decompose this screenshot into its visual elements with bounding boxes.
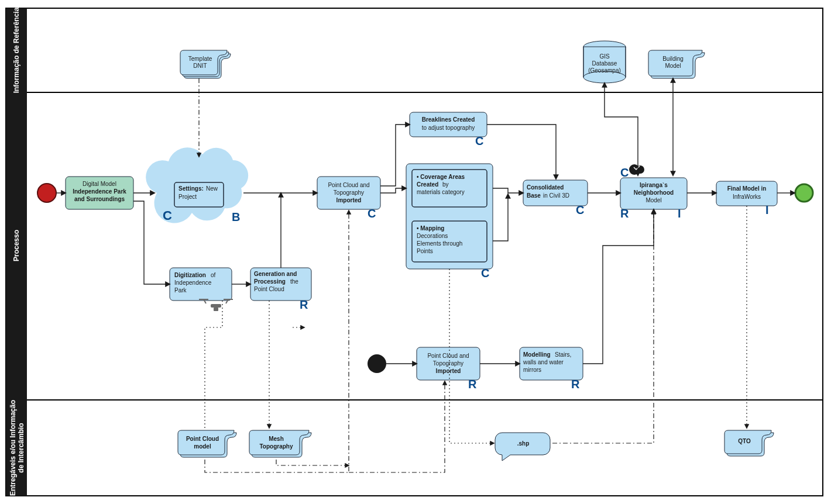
svg-text:Point Cloud: Point Cloud <box>186 436 219 442</box>
svg-text:Final Model in: Final Model in <box>727 185 767 192</box>
svg-text:Generation and: Generation and <box>254 271 297 277</box>
svg-point-67 <box>636 165 644 174</box>
svg-text:• Mapping: • Mapping <box>417 225 444 232</box>
doc-mesh-topography: Mesh Topography <box>249 430 311 457</box>
svg-text:Processing: Processing <box>254 278 286 285</box>
svg-text:the: the <box>290 278 298 285</box>
node-pc-topo-imported-c3d: Point Cloud and Topography Imported C <box>317 177 380 220</box>
svg-text:Points: Points <box>417 248 433 254</box>
infraworks-icon: I <box>765 203 769 216</box>
svg-text:Neighborhood: Neighborhood <box>634 189 674 196</box>
svg-text:de Intercâmbio: de Intercâmbio <box>17 423 25 472</box>
svg-text:Modelling: Modelling <box>523 351 551 358</box>
intermediate-start-event <box>368 354 386 373</box>
svg-text:• Coverage Areas: • Coverage Areas <box>417 174 465 180</box>
svg-text:QTO: QTO <box>738 438 751 444</box>
svg-text:InfraWorks: InfraWorks <box>733 194 761 200</box>
svg-text:Model: Model <box>665 63 681 69</box>
doc-template-dnit: Template DNIT <box>180 50 231 78</box>
svg-text:Topography: Topography <box>334 189 364 196</box>
infraworks-icon: I <box>678 207 681 220</box>
svg-text:Building: Building <box>662 56 684 62</box>
revit-icon: R <box>620 207 629 220</box>
svg-text:.shp: .shp <box>517 440 530 447</box>
svg-text:Elements through: Elements through <box>417 240 462 247</box>
svg-text:Stairs,: Stairs, <box>555 351 571 358</box>
svg-text:Settings:: Settings: <box>178 185 204 192</box>
svg-text:Park: Park <box>174 287 187 294</box>
civil3d-icon: C <box>163 208 172 223</box>
node-breaklines: Breaklines Created to adjust topography … <box>410 112 487 147</box>
civil3d-icon: C <box>620 166 629 179</box>
svg-text:(Geosampa): (Geosampa) <box>588 67 621 74</box>
db-gis-geosampa: GIS Database (Geosampa) <box>583 41 626 83</box>
node-final-model: Final Model in InfraWorks I <box>716 181 777 216</box>
revit-icon: R <box>571 378 580 391</box>
svg-text:Digital Model: Digital Model <box>83 181 116 187</box>
recap-icon: R <box>300 298 308 311</box>
start-event <box>37 184 56 202</box>
node-coverage-mapping-group: • Coverage Areas Created by materials ca… <box>406 164 493 279</box>
svg-text:Entregáveis e/ou Informação: Entregáveis e/ou Informação <box>9 400 17 496</box>
doc-shp: .shp <box>495 433 550 461</box>
node-digital-model: Digital Model Independence Park and Surr… <box>66 177 133 209</box>
revit-icon: R <box>468 378 477 391</box>
svg-text:Model: Model <box>645 197 661 203</box>
node-digitization: Digitization of Independence Park <box>170 268 233 311</box>
svg-text:in Civil 3D: in Civil 3D <box>543 192 569 199</box>
svg-text:Consolidated: Consolidated <box>527 184 564 191</box>
svg-text:Created: Created <box>417 181 438 188</box>
svg-text:New: New <box>206 185 218 192</box>
lane-label-ref: Informação de Referência <box>12 7 20 93</box>
svg-text:Imported: Imported <box>336 197 362 203</box>
svg-text:Topography: Topography <box>433 360 463 367</box>
svg-text:Database: Database <box>592 60 617 67</box>
svg-text:Imported: Imported <box>436 368 461 374</box>
svg-text:and Surroundings: and Surroundings <box>74 196 125 202</box>
svg-text:Decorations: Decorations <box>417 233 448 239</box>
civil3d-icon: C <box>475 134 483 147</box>
bim360-icon: B <box>232 210 240 223</box>
node-generation-processing: Generation and Processing the Point Clou… <box>250 268 311 311</box>
civil3d-icon: C <box>481 267 489 279</box>
node-pc-topo-imported-revit: Point Cloud and Topography Imported R <box>417 347 480 391</box>
svg-text:of: of <box>211 272 216 278</box>
svg-text:Mesh: Mesh <box>269 436 284 442</box>
svg-text:Breaklines Created: Breaklines Created <box>422 116 475 123</box>
svg-text:Topography: Topography <box>259 443 293 450</box>
doc-building-model: Building Model <box>648 50 705 78</box>
doc-point-cloud-model: Point Cloud model <box>178 430 236 457</box>
svg-text:DNIT: DNIT <box>193 63 207 69</box>
end-event <box>795 184 813 202</box>
svg-text:Independence Park: Independence Park <box>73 188 126 195</box>
cloud-settings: Settings: New Project C B <box>146 147 248 223</box>
svg-text:by: by <box>442 181 449 188</box>
svg-text:Independence: Independence <box>174 279 212 286</box>
svg-text:Ipiranga`s: Ipiranga`s <box>640 182 668 188</box>
svg-text:GIS: GIS <box>599 53 610 60</box>
svg-text:mirrors: mirrors <box>523 367 541 373</box>
svg-text:model: model <box>194 443 211 450</box>
drone-icon <box>199 299 233 311</box>
svg-text:Template: Template <box>188 56 212 62</box>
svg-text:Digitization: Digitization <box>174 272 206 278</box>
svg-text:Point Cloud and: Point Cloud and <box>427 353 469 359</box>
svg-rect-34 <box>214 308 218 311</box>
svg-text:Point Cloud and: Point Cloud and <box>328 182 369 188</box>
svg-text:materials category: materials category <box>417 189 465 195</box>
svg-text:walls and water: walls and water <box>523 359 564 365</box>
lane-label-proc: Processo <box>12 230 20 261</box>
node-modelling: Modelling Stairs, walls and water mirror… <box>520 347 583 391</box>
civil3d-icon: C <box>368 207 376 220</box>
civil3d-icon: C <box>576 203 584 216</box>
doc-qto: QTO <box>724 430 774 456</box>
node-consolidated-base: Consolidated Base in Civil 3D C <box>523 180 588 216</box>
svg-text:Project: Project <box>178 194 197 200</box>
svg-rect-29 <box>211 304 221 308</box>
svg-text:Point Cloud: Point Cloud <box>254 286 284 292</box>
connector-cloud-icon <box>629 164 644 175</box>
svg-text:to adjust topography: to adjust topography <box>422 125 475 131</box>
svg-text:Base: Base <box>527 192 541 199</box>
